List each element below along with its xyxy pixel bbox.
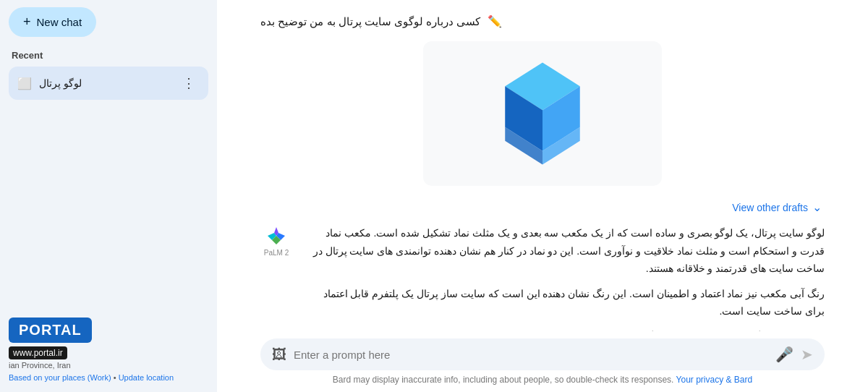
privacy-link[interactable]: Your privacy & Bard [676, 375, 753, 385]
user-message: ✏️ کسی درباره لوگوی سایت پرتال به من توض… [260, 14, 825, 28]
drafts-label[interactable]: View other drafts [732, 202, 808, 213]
chevron-down-icon[interactable]: ⌄ [812, 200, 822, 214]
chat-title: لوگو پرتال [39, 77, 82, 89]
microphone-icon[interactable]: 🎤 [775, 346, 793, 363]
portal-url: www.portal.ir [9, 346, 67, 359]
logo-box [423, 41, 662, 186]
plus-icon: + [23, 14, 31, 30]
chat-item[interactable]: ⬜ لوگو پرتال ⋮ [9, 67, 208, 100]
ai-paragraph-2: رنگ آبی مکعب نیز نماد اعتماد و اطمینان ا… [304, 285, 825, 320]
ai-avatar: PaLM 2 [260, 224, 292, 257]
edit-icon[interactable]: ✏️ [488, 14, 502, 28]
prompt-input[interactable] [294, 349, 768, 361]
new-chat-button[interactable]: + New chat [9, 7, 96, 37]
ai-response: PaLM 2 لوگو سایت پرتال، یک لوگو بصری و س… [260, 224, 825, 331]
palm-icon [265, 224, 288, 247]
input-row: 🖼 🎤 ➤ [260, 338, 825, 370]
dot-separator: • [114, 373, 119, 382]
chat-item-left: ⬜ لوگو پرتال [17, 77, 82, 90]
chat-area: ✏️ کسی درباره لوگوی سایت پرتال به من توض… [217, 0, 868, 331]
disclaimer: Bard may display inaccurate info, includ… [260, 375, 825, 389]
chat-more-button[interactable]: ⋮ [178, 74, 200, 93]
ai-text: لوگو سایت پرتال، یک لوگو بصری و ساده است… [304, 224, 825, 331]
palm-label: PaLM 2 [264, 249, 289, 257]
chat-icon: ⬜ [17, 77, 32, 90]
update-location-link[interactable]: Update location [119, 373, 174, 382]
location-info: ian Province, Iran Based on your places … [9, 359, 208, 385]
recent-label: Recent [9, 50, 208, 61]
sidebar: + New chat Recent ⬜ لوگو پرتال ⋮ PORTAL … [0, 0, 217, 392]
based-on-places[interactable]: Based on your places (Work) [9, 373, 111, 382]
logo-display [260, 41, 825, 186]
disclaimer-text: Bard may display inaccurate info, includ… [333, 375, 674, 385]
new-chat-label: New chat [37, 16, 82, 28]
user-message-text: کسی درباره لوگوی سایت پرتال به من توضیح … [260, 15, 480, 28]
sidebar-bottom: PORTAL www.portal.ir ian Province, Iran … [9, 310, 208, 385]
send-icon[interactable]: ➤ [801, 346, 813, 363]
city-text: ian Province, Iran [9, 361, 71, 370]
image-upload-icon[interactable]: 🖼 [272, 346, 286, 363]
drafts-row: View other drafts ⌄ [260, 200, 825, 214]
portal-badge: PORTAL [9, 318, 92, 343]
input-area: 🖼 🎤 ➤ Bard may display inaccurate info, … [217, 331, 868, 392]
portal-logo-svg [488, 56, 597, 171]
ai-paragraph-1: لوگو سایت پرتال، یک لوگو بصری و ساده است… [304, 224, 825, 278]
main-panel: ✏️ کسی درباره لوگوی سایت پرتال به من توض… [217, 0, 868, 392]
